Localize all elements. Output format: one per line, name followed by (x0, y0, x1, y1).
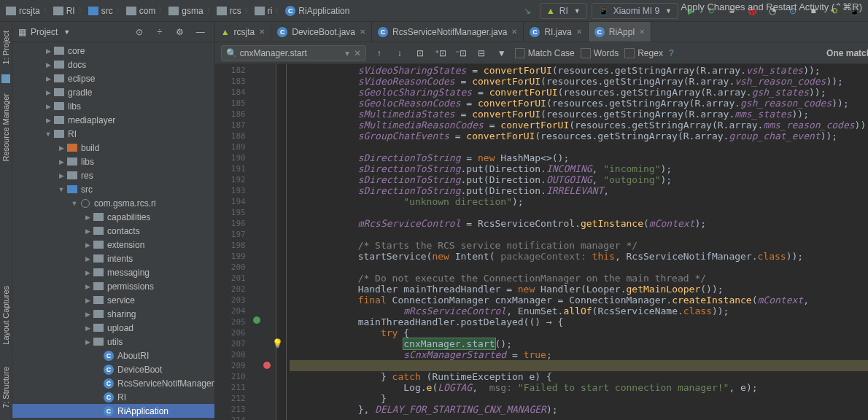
history-icon[interactable]: ▾ (345, 48, 349, 58)
left-tool-gutter: 1: Project Resource Manager Layout Captu… (0, 22, 12, 420)
tree-item-deviceboot[interactable]: CDeviceBoot (12, 362, 214, 376)
tree-item-intents[interactable]: ▶intents (12, 252, 214, 265)
tree-item-permissions[interactable]: ▶permissions (12, 279, 214, 293)
breadcrumb-2[interactable]: src (88, 6, 113, 16)
tree-item-build[interactable]: ▶build (12, 141, 214, 155)
match-case-checkbox[interactable]: Match Case (515, 48, 575, 58)
tab-resource-manager[interactable]: Resource Manager (0, 88, 12, 168)
code-fold-gutter[interactable] (276, 64, 287, 420)
regex-checkbox[interactable]: Regex (624, 48, 663, 58)
tab-ri-java[interactable]: CRI.java✕ (524, 22, 588, 42)
breadcrumb-7[interactable]: CRiApplication (285, 6, 349, 16)
tree-item-ri[interactable]: ▼RI (12, 127, 214, 141)
tree-item-src[interactable]: ▼src (12, 182, 214, 196)
device-select[interactable]: 📱 Xiaomi MI 9 ▼ (592, 3, 678, 19)
settings-icon[interactable]: ⚙ (172, 24, 188, 40)
add-selection-button[interactable]: ⁺⊡ (433, 46, 448, 61)
hide-icon[interactable]: — (193, 24, 209, 40)
tree-item-gradle[interactable]: ▶gradle (12, 85, 214, 99)
intention-bulb-icon[interactable]: 💡 (272, 338, 283, 349)
tree-item-res[interactable]: ▶res (12, 168, 214, 182)
breadcrumb-3[interactable]: com (126, 6, 156, 16)
tree-item-utils[interactable]: ▶utils (12, 335, 214, 349)
select-opened-file-icon[interactable]: ⊙ (131, 24, 147, 40)
apply-banner: Apply Changes and Restart Activity (⌃⌘R) (681, 1, 862, 12)
find-bar: 🔍 ▾ ✕ ↑ ↓ ⊡ ⁺⊡ ⁻⊡ ⊟ ▼ Match Case Words R… (215, 42, 868, 64)
prev-match-button[interactable]: ↑ (372, 46, 387, 61)
tab-project[interactable]: 1: Project (0, 25, 12, 70)
override-marker[interactable] (253, 316, 260, 324)
tree-item-mediaplayer[interactable]: ▶mediaplayer (12, 113, 214, 127)
close-icon[interactable]: ✕ (511, 28, 517, 36)
close-icon[interactable]: ✕ (259, 28, 265, 36)
tree-item-messaging[interactable]: ▶messaging (12, 265, 214, 279)
code-area: 1821831841851861871881891901911921931941… (215, 64, 868, 420)
tree-item-extension[interactable]: ▶extension (12, 238, 214, 252)
breakpoint[interactable] (263, 362, 271, 369)
android-icon: ▲ (546, 6, 555, 16)
close-icon[interactable]: ✕ (360, 28, 365, 36)
breadcrumbs: rcsjta〉 RI〉 src〉 com〉 gsma〉 rcs〉 ri〉 CRi… (6, 6, 519, 16)
tree-item-riapplication[interactable]: CRiApplication (12, 404, 214, 418)
breadcrumb-0[interactable]: rcsjta (6, 6, 40, 16)
next-match-button[interactable]: ↓ (392, 46, 407, 61)
build-button[interactable]: ↘ (519, 3, 535, 19)
breadcrumb-6[interactable]: ri (255, 6, 273, 16)
words-checkbox[interactable]: Words (581, 48, 619, 58)
tree-item-contacts[interactable]: ▶contacts (12, 224, 214, 238)
tree-item-rcsservicenotifmanager[interactable]: CRcsServiceNotifManager (12, 376, 214, 390)
tree-item-capabilities[interactable]: ▶capabilities (12, 210, 214, 224)
find-input-wrap: 🔍 ▾ ✕ (221, 45, 366, 61)
breadcrumb-4[interactable]: gsma (168, 6, 203, 16)
breadcrumb-1[interactable]: RI (53, 6, 75, 16)
close-icon[interactable]: ✕ (576, 28, 582, 36)
panel-icon: ▦ (18, 27, 26, 37)
toggle-1[interactable]: ⁻⊡ (454, 46, 468, 61)
tree-item-docs[interactable]: ▶docs (12, 58, 214, 71)
tab-structure[interactable]: 7: Structure (0, 361, 12, 414)
tree-item-service[interactable]: ▶service (12, 293, 214, 307)
tree-item-libs[interactable]: ▶libs (12, 155, 214, 168)
tree-item-com-gsma-rcs-ri[interactable]: ▼com.gsma.rcs.ri (12, 196, 214, 210)
tree-item-ri[interactable]: CRI (12, 390, 214, 404)
tree-item-aboutri[interactable]: CAboutRI (12, 349, 214, 362)
tab-rcsservicenotifmanager-java[interactable]: CRcsServiceNotifManager.java✕ (372, 22, 524, 42)
chevron-down-icon: ▼ (665, 7, 672, 15)
run-config-select[interactable]: ▲ RI ▼ (540, 3, 587, 19)
code-lines[interactable]: sVideoSharingStates = convertForUI(resou… (287, 64, 868, 420)
match-count: One match (826, 48, 868, 58)
project-panel: ▦ Project ▼ ⊙ ÷ ⚙ — ▶core▶docs▶eclipse▶g… (12, 22, 215, 420)
collapse-all-icon[interactable]: ÷ (152, 24, 168, 40)
editor-tabs: ▲rcsjta✕CDeviceBoot.java✕CRcsServiceNoti… (215, 22, 868, 42)
close-icon[interactable]: ✕ (639, 28, 645, 36)
filter-icon[interactable]: ▼ (495, 46, 509, 61)
run-config-label: RI (559, 6, 568, 16)
panel-title: Project (31, 27, 58, 37)
help-icon[interactable]: ? (669, 48, 674, 58)
panel-header: ▦ Project ▼ ⊙ ÷ ⚙ — (12, 22, 214, 42)
select-all-button[interactable]: ⊡ (413, 46, 427, 61)
tab-rcsjta[interactable]: ▲rcsjta✕ (215, 22, 272, 42)
resource-manager-icon[interactable] (1, 74, 10, 83)
tree-item-upload[interactable]: ▶upload (12, 321, 214, 335)
find-input[interactable] (240, 48, 342, 58)
chevron-down-icon[interactable]: ▼ (63, 28, 70, 36)
tree-item-eclipse[interactable]: ▶eclipse (12, 71, 214, 85)
tree-item-sharing[interactable]: ▶sharing (12, 307, 214, 321)
project-tree[interactable]: ▶core▶docs▶eclipse▶gradle▶libs▶mediaplay… (12, 42, 214, 420)
breadcrumb-5[interactable]: rcs (217, 6, 241, 16)
toggle-2[interactable]: ⊟ (474, 46, 489, 61)
gutter-marks[interactable]: 💡 (250, 64, 276, 420)
clear-find-icon[interactable]: ✕ (354, 48, 361, 58)
device-label: Xiaomi MI 9 (613, 6, 659, 16)
tree-item-libs[interactable]: ▶libs (12, 99, 214, 113)
search-icon: 🔍 (226, 48, 237, 58)
tab-deviceboot-java[interactable]: CDeviceBoot.java✕ (271, 22, 372, 42)
tree-item-core[interactable]: ▶core (12, 44, 214, 58)
phone-icon: 📱 (598, 6, 609, 16)
tab-riappl[interactable]: CRiAppl✕ (589, 22, 651, 42)
editor-area: ▲rcsjta✕CDeviceBoot.java✕CRcsServiceNoti… (215, 22, 868, 420)
chevron-down-icon: ▼ (574, 7, 581, 15)
tab-layout-captures[interactable]: Layout Captures (0, 280, 12, 351)
line-numbers: 1821831841851861871881891901911921931941… (215, 64, 250, 420)
